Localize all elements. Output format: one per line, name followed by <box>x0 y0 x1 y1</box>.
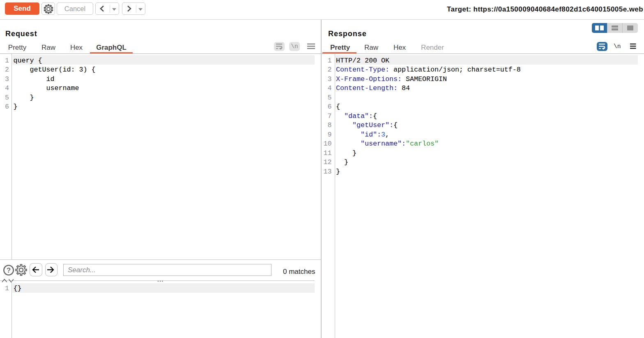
svg-text:?: ? <box>7 266 11 274</box>
